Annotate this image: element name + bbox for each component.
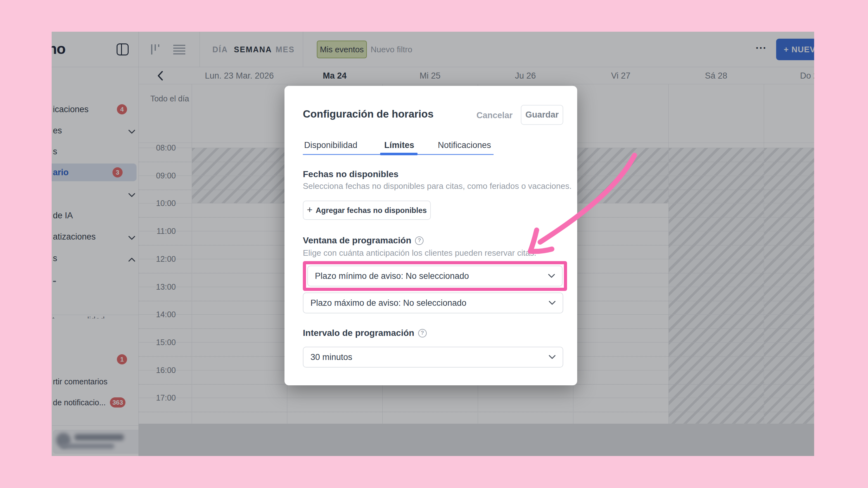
scheduling-window-heading: Ventana de programación ? <box>303 236 424 246</box>
cancel-button[interactable]: Cancelar <box>471 111 513 120</box>
add-button-label: Agregar fechas no disponibles <box>315 206 427 215</box>
app-window: no icaciones4essario3de IAatizacioness t… <box>52 32 814 456</box>
help-icon[interactable]: ? <box>415 236 424 245</box>
chevron-down-icon <box>549 301 556 305</box>
tab-disponibilidad[interactable]: Disponibilidad <box>304 141 357 150</box>
plus-icon: + <box>307 204 313 215</box>
modal-title: Configuración de horarios <box>303 108 434 120</box>
add-unavailable-dates-button[interactable]: + Agregar fechas no disponibles <box>303 201 431 220</box>
schedule-settings-modal: Configuración de horarios Cancelar Guard… <box>284 86 577 385</box>
scheduling-window-description: Elige con cuánta anticipación los client… <box>303 248 536 258</box>
unavailable-dates-heading: Fechas no disponibles <box>303 169 399 179</box>
unavailable-dates-description: Selecciona fechas no disponibles para ci… <box>303 181 571 191</box>
heading-text: Intervalo de programación <box>303 328 414 338</box>
max-notice-dropdown[interactable]: Plazo máximo de aviso: No seleccionado <box>303 293 563 313</box>
heading-text: Ventana de programación <box>303 236 411 246</box>
interval-dropdown[interactable]: 30 minutos <box>303 347 563 368</box>
annotation-highlight <box>303 261 567 291</box>
interval-value: 30 minutos <box>310 353 352 362</box>
chevron-down-icon <box>549 355 556 359</box>
tab-límites[interactable]: Límites <box>384 141 414 150</box>
help-icon[interactable]: ? <box>418 329 427 337</box>
tab-notificaciones[interactable]: Notificaciones <box>438 141 491 150</box>
active-tab-underline <box>380 153 417 155</box>
max-notice-value: Plazo máximo de aviso: No seleccionado <box>310 298 466 308</box>
scheduling-interval-heading: Intervalo de programación ? <box>303 328 427 338</box>
save-button[interactable]: Guardar <box>521 105 563 125</box>
